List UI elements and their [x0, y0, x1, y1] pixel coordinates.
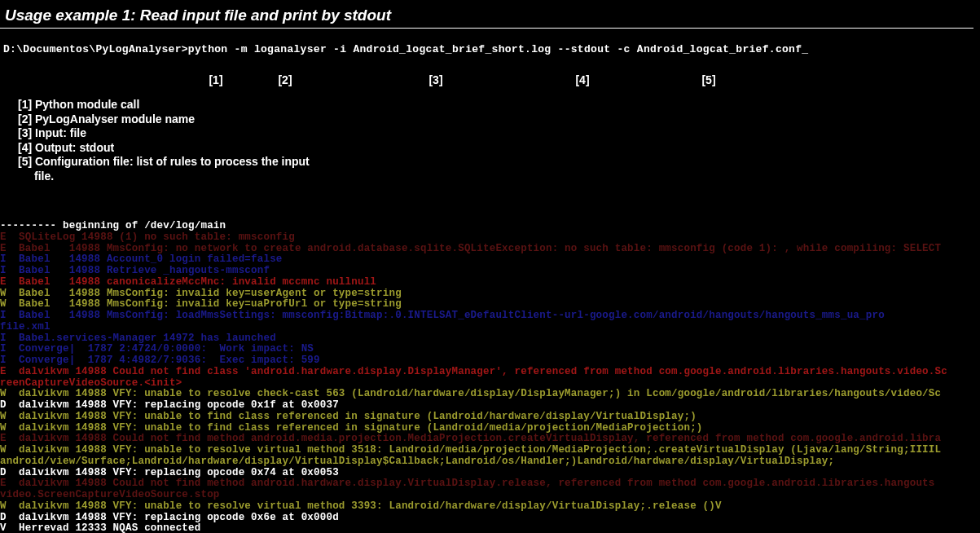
- log-output: --------- beginning of /dev/log/mainE SQ…: [0, 183, 980, 533]
- log-line: android/view/Surface;Landroid/hardware/d…: [0, 456, 980, 468]
- log-line: D dalvikvm 14988 VFY: replacing opcode 0…: [0, 400, 980, 412]
- log-line: W Babel 14988 MmsConfig: invalid key=use…: [0, 289, 980, 300]
- log-line: E dalvikvm 14988 Could not find method a…: [0, 478, 980, 490]
- log-line: W Babel 14988 MmsConfig: invalid key=uaP…: [0, 299, 980, 311]
- log-line: W dalvikvm 14988 VFY: unable to resolve …: [0, 445, 980, 456]
- log-line: video.ScreenCaptureVideoSource.stop: [0, 490, 980, 501]
- log-line: reenCaptureVideoSource.<init>: [0, 378, 980, 390]
- log-line: E dalvikvm 14988 Could not find class 'a…: [0, 367, 980, 378]
- cmd-part-5: -c Android_logcat_brief.conf_: [617, 43, 808, 55]
- cmd-part-3: -i Android_logcat_brief_short.log: [333, 43, 551, 55]
- log-line: D dalvikvm 14988 VFY: replacing opcode 0…: [0, 513, 980, 524]
- annot-2: [2]: [248, 73, 322, 86]
- command-line: D:\Documentos\PyLogAnalyser>python -m lo…: [0, 43, 980, 55]
- legend-5: [5] Configuration file: list of rules to…: [18, 155, 980, 170]
- annot-3: [3]: [322, 73, 550, 86]
- annot-4: [4]: [550, 73, 615, 86]
- log-line: I Converge| 1787 2:4724/0:0000: Work imp…: [0, 344, 980, 355]
- log-line: I Babel.services-Manager 14972 has launc…: [0, 333, 980, 345]
- cmd-part-4: --stdout: [558, 43, 611, 55]
- log-line: W dalvikvm 14988 VFY: unable to find cla…: [0, 412, 980, 423]
- legend-2: [2] PyLogAnalyser module name: [18, 112, 980, 127]
- log-line: D dalvikvm 14988 VFY: replacing opcode 0…: [0, 468, 980, 479]
- log-line: V Herrevad 12333 NQAS connected: [0, 523, 980, 533]
- log-line: W dalvikvm 14988 VFY: unable to find cla…: [0, 423, 980, 434]
- legend-block: [1] Python module call [2] PyLogAnalyser…: [0, 98, 980, 183]
- annot-5: [5]: [615, 73, 802, 86]
- legend-1: [1] Python module call: [18, 98, 980, 112]
- log-line: file.xml: [0, 322, 980, 333]
- log-line: I Babel 14988 MmsConfig: loadMmsSettings…: [0, 311, 980, 322]
- log-line: E Babel 14988 canonicalizeMccMnc: invali…: [0, 277, 980, 289]
- legend-5b: file.: [18, 170, 980, 184]
- log-line: E SQLiteLog 14988 (1) no such table: mms…: [0, 232, 980, 244]
- cmd-part-1: python -m: [188, 43, 248, 55]
- prompt: D:\Documentos\PyLogAnalyser>: [3, 43, 188, 55]
- annot-1: [1]: [183, 73, 248, 86]
- log-line: W dalvikvm 14988 VFY: unable to resolve …: [0, 389, 980, 400]
- log-line: I Converge| 1787 4:4982/7:9036: Exec imp…: [0, 355, 980, 367]
- cmd-part-2: loganalyser: [254, 43, 327, 55]
- legend-3: [3] Input: file: [18, 126, 980, 141]
- annotation-row: [1][2][3][4][5]: [0, 55, 980, 98]
- log-line: W dalvikvm 14988 VFY: unable to resolve …: [0, 501, 980, 513]
- page-title: Usage example 1: Read input file and pri…: [0, 0, 973, 29]
- log-line: E dalvikvm 14988 Could not find method a…: [0, 434, 980, 445]
- legend-4: [4] Output: stdout: [18, 141, 980, 156]
- log-line: I Babel 14988 Account_0 login failed=fal…: [0, 254, 980, 266]
- log-line: I Babel 14988 Retrieve _hangouts-mmsconf: [0, 266, 980, 277]
- log-line: --------- beginning of /dev/log/main: [0, 221, 980, 232]
- log-line: E Babel 14988 MmsConfig: no network to c…: [0, 244, 980, 255]
